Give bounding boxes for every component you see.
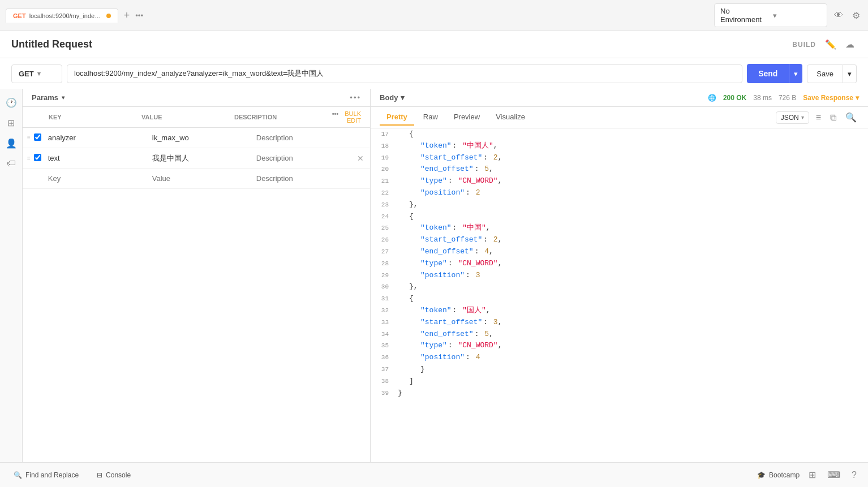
edit-icon[interactable]: ✏️: [823, 37, 839, 52]
request-title: Untitled Request: [11, 38, 792, 50]
sidebar-history-icon[interactable]: 🕐: [2, 93, 20, 111]
save-button[interactable]: Save: [807, 64, 843, 83]
method-selector[interactable]: GET ▾: [11, 64, 62, 83]
line-number: 22: [375, 188, 398, 199]
param-desc-input[interactable]: [252, 172, 356, 185]
build-label: BUILD: [792, 41, 816, 49]
json-line: 38 ]: [371, 376, 868, 387]
bootcamp-button[interactable]: 🎓 Bootcamp: [757, 471, 800, 479]
url-bar: GET ▾ Send ▾ Save ▾: [0, 58, 868, 89]
save-response-label: Save Response: [803, 94, 853, 102]
keyboard-icon[interactable]: ⌨: [825, 467, 843, 482]
save-response-button[interactable]: Save Response ▾: [803, 94, 859, 102]
drag-handle-icon[interactable]: ≡: [27, 155, 34, 161]
param-key-input[interactable]: [44, 172, 148, 185]
sidebar-collections-icon[interactable]: ⊞: [2, 114, 20, 132]
line-number: 29: [375, 271, 398, 281]
line-content: "type": "CN_WORD",: [420, 258, 502, 270]
line-content: "token": "中国",: [420, 222, 491, 234]
params-more-button[interactable]: •••: [350, 93, 361, 102]
params-table-header: KEY VALUE DESCRIPTION ••• Bulk Edit: [23, 107, 370, 128]
right-panel: Body ▾ 🌐 200 OK 38 ms 726 B Save Respons…: [371, 89, 868, 462]
line-content: }: [398, 387, 402, 399]
sidebar-user-icon[interactable]: 👤: [2, 134, 20, 152]
tab-pretty[interactable]: Pretty: [380, 109, 414, 126]
line-content: "position": 3: [420, 270, 480, 282]
param-row: ≡: [23, 128, 370, 148]
eye-icon[interactable]: 👁: [832, 8, 845, 23]
json-line: 37 }: [371, 364, 868, 376]
environment-selector[interactable]: No Environment ▾: [714, 3, 827, 27]
params-toggle[interactable]: Params ▾: [32, 93, 65, 102]
bulk-edit-button[interactable]: Bulk Edit: [345, 110, 361, 124]
json-line: 28 "type": "CN_WORD",: [371, 258, 868, 270]
json-line: 34 "end_offset": 5,: [371, 329, 868, 341]
line-content: "end_offset": 5,: [420, 163, 493, 175]
response-status-info: 🌐 200 OK 38 ms 726 B Save Response ▾: [708, 94, 859, 102]
main-content: 🕐 ⊞ 👤 🏷 Params ▾ ••• KEY VALUE: [0, 89, 868, 462]
param-value-input[interactable]: [148, 152, 252, 165]
delete-param-icon[interactable]: ✕: [356, 154, 366, 163]
layout-icon[interactable]: ⊞: [806, 467, 818, 482]
param-checkbox-1[interactable]: [34, 133, 44, 143]
line-content: "token": "中国人",: [420, 140, 498, 152]
json-line: 29 "position": 3: [371, 270, 868, 282]
active-tab[interactable]: GET localhost:9200/my_index/_anal...: [6, 8, 118, 23]
param-value-input[interactable]: [148, 172, 252, 185]
save-dropdown-button[interactable]: ▾: [843, 64, 857, 83]
tab-url: localhost:9200/my_index/_anal...: [29, 12, 103, 19]
drag-handle-icon[interactable]: ≡: [27, 135, 34, 141]
url-input[interactable]: [67, 64, 742, 83]
line-content: {: [409, 293, 414, 305]
line-number: 33: [375, 318, 398, 328]
param-desc-input[interactable]: [252, 131, 356, 144]
send-button-group: Send ▾: [747, 64, 802, 83]
line-content: {: [409, 128, 414, 140]
more-options-icon[interactable]: •••: [332, 110, 339, 117]
json-line: 35 "type": "CN_WORD",: [371, 340, 868, 352]
bootcamp-label: Bootcamp: [769, 471, 800, 479]
body-tab-toggle[interactable]: Body ▾: [380, 93, 405, 102]
find-replace-button[interactable]: 🔍 Find and Replace: [9, 469, 83, 481]
sidebar-tag-icon[interactable]: 🏷: [2, 154, 20, 173]
line-number: 24: [375, 212, 398, 222]
json-line: 39 }: [371, 387, 868, 399]
line-number: 30: [375, 282, 398, 292]
copy-icon[interactable]: ⧉: [828, 110, 839, 125]
send-dropdown-button[interactable]: ▾: [789, 64, 802, 83]
console-label: Console: [106, 471, 131, 479]
tab-preview[interactable]: Preview: [447, 109, 487, 126]
param-row-placeholder: [23, 169, 370, 189]
response-tab-actions: JSON ▾ ≡ ⧉ 🔍: [776, 110, 859, 125]
param-desc-input[interactable]: [252, 152, 356, 165]
response-time: 38 ms: [753, 94, 772, 102]
param-row: ≡ ✕: [23, 148, 370, 169]
method-value: GET: [19, 70, 34, 78]
add-tab-button[interactable]: +: [121, 10, 134, 21]
param-key-input[interactable]: [44, 152, 148, 165]
globe-icon: 🌐: [708, 94, 716, 102]
param-value-input[interactable]: [148, 131, 252, 144]
help-icon[interactable]: ?: [849, 468, 859, 482]
wrap-icon[interactable]: ≡: [814, 110, 823, 125]
tab-raw[interactable]: Raw: [416, 109, 445, 126]
json-line: 31 {: [371, 293, 868, 305]
console-button[interactable]: ⊟ Console: [92, 469, 135, 481]
save-cloud-icon[interactable]: ☁: [843, 37, 857, 52]
search-icon[interactable]: 🔍: [843, 110, 859, 125]
param-checkbox-2[interactable]: [34, 154, 44, 163]
format-selector[interactable]: JSON ▾: [776, 111, 809, 124]
tab-visualize[interactable]: Visualize: [489, 109, 532, 126]
tab-more-button[interactable]: •••: [133, 11, 145, 20]
json-line: 20 "end_offset": 5,: [371, 163, 868, 175]
chevron-down-icon: ▾: [37, 70, 41, 77]
send-button[interactable]: Send: [747, 64, 789, 83]
param-key-input[interactable]: [44, 131, 148, 144]
line-number: 27: [375, 247, 398, 257]
line-number: 28: [375, 259, 398, 269]
settings-icon[interactable]: ⚙: [850, 8, 862, 23]
param-enabled-checkbox[interactable]: [34, 133, 41, 141]
top-bar-right: No Environment ▾ 👁 ⚙: [714, 3, 862, 27]
param-enabled-checkbox[interactable]: [34, 154, 41, 161]
unsaved-indicator: [106, 14, 111, 18]
